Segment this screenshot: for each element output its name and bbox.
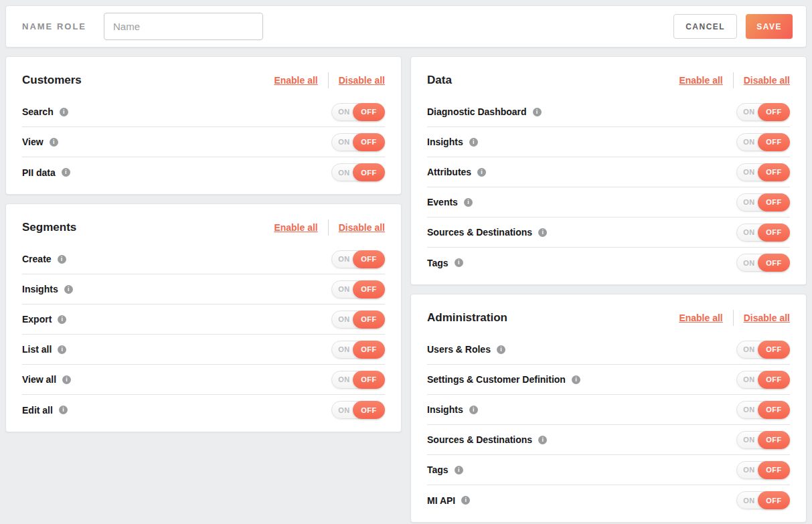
permission-label-group: Sources & Destinations i — [427, 434, 547, 445]
toggle-off-label: OFF — [353, 341, 385, 359]
permission-toggle[interactable]: ON OFF — [331, 311, 385, 329]
info-icon[interactable]: i — [50, 138, 58, 147]
permission-toggle[interactable]: ON OFF — [736, 193, 790, 211]
permission-label: Insights — [427, 404, 463, 415]
toggle-off-label: OFF — [758, 193, 790, 211]
permission-card: Data Enable all Disable all Diagnostic D… — [410, 56, 807, 285]
info-icon[interactable]: i — [469, 138, 478, 147]
permission-toggle[interactable]: ON OFF — [736, 163, 790, 181]
info-icon[interactable]: i — [497, 345, 505, 354]
info-icon[interactable]: i — [62, 375, 71, 384]
permission-label-group: Create i — [22, 254, 66, 264]
permission-toggle[interactable]: ON OFF — [736, 341, 790, 359]
permission-toggle[interactable]: ON OFF — [736, 461, 790, 479]
permission-toggle[interactable]: ON OFF — [331, 250, 385, 268]
card-header: Administration Enable all Disable all — [411, 294, 806, 335]
permission-toggle[interactable]: ON OFF — [736, 401, 790, 419]
permission-toggle[interactable]: ON OFF — [736, 133, 790, 151]
permission-label-group: Search i — [22, 106, 68, 117]
permission-row: Events i ON OFF — [427, 187, 790, 217]
info-icon[interactable]: i — [469, 406, 478, 414]
enable-all-link[interactable]: Enable all — [679, 75, 722, 86]
info-icon[interactable]: i — [538, 436, 547, 444]
info-icon[interactable]: i — [533, 108, 542, 116]
info-icon[interactable]: i — [461, 496, 470, 505]
toggle-off-label: OFF — [353, 280, 385, 298]
permission-toggle[interactable]: ON OFF — [736, 431, 790, 449]
card-header: Data Enable all Disable all — [411, 57, 806, 97]
info-icon[interactable]: i — [455, 258, 463, 267]
permission-label: Create — [22, 254, 52, 264]
info-icon[interactable]: i — [464, 198, 473, 207]
permission-label: Settings & Customer Definition — [427, 374, 566, 385]
permission-toggle[interactable]: ON OFF — [736, 491, 790, 509]
card-header: Segments Enable all Disable all — [6, 204, 401, 244]
left-column: Customers Enable all Disable all Search … — [5, 56, 402, 432]
enable-all-link[interactable]: Enable all — [274, 75, 317, 86]
permission-label: Attributes — [427, 167, 471, 177]
toggle-off-label: OFF — [758, 133, 790, 151]
info-icon[interactable]: i — [64, 285, 73, 294]
permission-card: Customers Enable all Disable all Search … — [5, 56, 402, 195]
permission-label-group: View i — [22, 137, 58, 147]
card-title: Customers — [22, 74, 82, 87]
permission-label: MI API — [427, 495, 455, 506]
cancel-button[interactable]: CANCEL — [673, 14, 737, 39]
disable-all-link[interactable]: Disable all — [744, 75, 790, 86]
card-rows: Search i ON OFF View i ON OFF PII data i… — [6, 97, 401, 187]
info-icon[interactable]: i — [538, 228, 547, 237]
permission-label-group: MI API i — [427, 495, 470, 506]
card-bulk-actions: Enable all Disable all — [679, 310, 790, 326]
permission-label-group: Insights i — [427, 404, 478, 415]
permission-toggle[interactable]: ON OFF — [736, 254, 790, 272]
permission-toggle[interactable]: ON OFF — [331, 371, 385, 389]
disable-all-link[interactable]: Disable all — [339, 222, 385, 233]
info-icon[interactable]: i — [62, 168, 70, 177]
enable-all-link[interactable]: Enable all — [274, 222, 317, 233]
name-role-bar: NAME ROLE CANCEL SAVE — [5, 5, 807, 48]
permission-label: Tags — [427, 464, 449, 475]
info-icon[interactable]: i — [477, 168, 486, 177]
permission-label: Export — [22, 314, 52, 325]
permission-label: View all — [22, 374, 56, 385]
disable-all-link[interactable]: Disable all — [339, 75, 385, 86]
info-icon[interactable]: i — [58, 315, 66, 324]
role-editor-page: NAME ROLE CANCEL SAVE Customers Enable a… — [0, 0, 812, 524]
permission-columns: Customers Enable all Disable all Search … — [5, 56, 807, 523]
info-icon[interactable]: i — [59, 406, 68, 414]
permission-row: Diagnostic Dashboard i ON OFF — [427, 97, 790, 127]
toggle-off-label: OFF — [353, 133, 385, 151]
enable-all-link[interactable]: Enable all — [679, 313, 722, 323]
permission-toggle[interactable]: ON OFF — [331, 103, 385, 121]
disable-all-link[interactable]: Disable all — [744, 313, 790, 323]
permission-toggle[interactable]: ON OFF — [331, 163, 385, 181]
permission-label: Sources & Destinations — [427, 434, 532, 445]
info-icon[interactable]: i — [58, 255, 66, 264]
permission-label-group: PII data i — [22, 167, 70, 178]
permission-row: Search i ON OFF — [22, 97, 385, 127]
permission-toggle[interactable]: ON OFF — [331, 280, 385, 298]
permission-toggle[interactable]: ON OFF — [736, 371, 790, 389]
permission-toggle[interactable]: ON OFF — [331, 401, 385, 419]
toggle-off-label: OFF — [758, 371, 790, 389]
links-divider — [733, 310, 734, 326]
toggle-off-label: OFF — [758, 103, 790, 121]
permission-toggle[interactable]: ON OFF — [331, 133, 385, 151]
permission-toggle[interactable]: ON OFF — [331, 341, 385, 359]
links-divider — [328, 72, 329, 88]
save-button[interactable]: SAVE — [746, 14, 793, 39]
permission-toggle[interactable]: ON OFF — [736, 103, 790, 121]
info-icon[interactable]: i — [60, 108, 68, 116]
toggle-off-label: OFF — [353, 163, 385, 181]
permission-label: PII data — [22, 167, 56, 178]
toggle-off-label: OFF — [758, 341, 790, 359]
toggle-off-label: OFF — [353, 103, 385, 121]
permission-label-group: Tags i — [427, 464, 463, 475]
role-name-input[interactable] — [104, 13, 263, 40]
permission-label: View — [22, 137, 44, 147]
info-icon[interactable]: i — [455, 466, 463, 474]
permission-label: Users & Roles — [427, 344, 491, 355]
permission-toggle[interactable]: ON OFF — [736, 224, 790, 242]
info-icon[interactable]: i — [572, 375, 580, 384]
info-icon[interactable]: i — [58, 345, 66, 354]
